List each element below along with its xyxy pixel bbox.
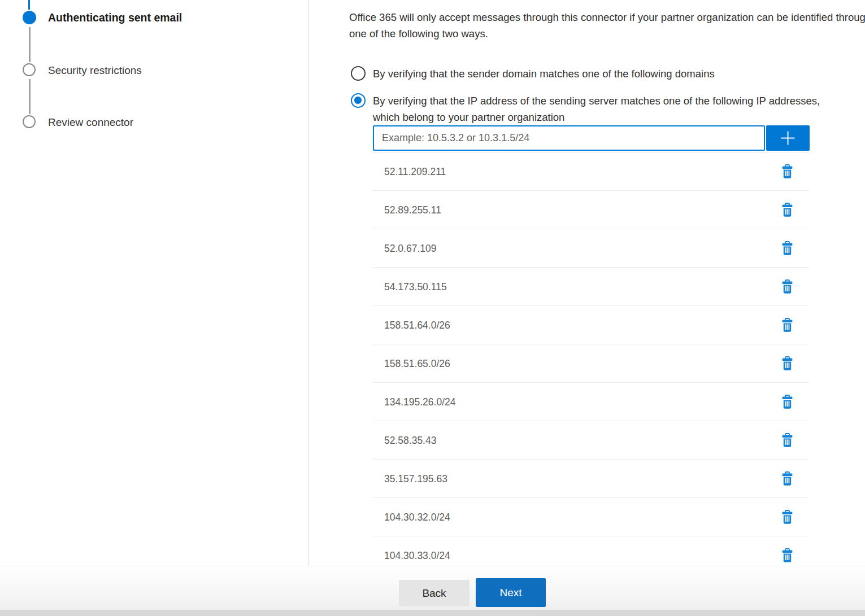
delete-ip-button[interactable] [780, 432, 794, 449]
trash-icon [781, 433, 793, 448]
ip-list-row: 54.173.50.115 [373, 267, 809, 305]
delete-ip-button[interactable] [780, 394, 794, 410]
delete-ip-button[interactable] [780, 278, 794, 295]
ip-list-row: 104.30.33.0/24 [373, 536, 809, 566]
ip-list-row: 134.195.26.0/24 [373, 382, 809, 421]
ip-list-row: 158.51.65.0/26 [373, 344, 809, 382]
trash-icon [781, 356, 793, 371]
delete-ip-button[interactable] [780, 163, 794, 180]
ip-address-value: 52.11.209.211 [384, 165, 446, 177]
ip-address-value: 52.0.67.109 [384, 242, 436, 254]
ip-address-value: 158.51.64.0/26 [384, 319, 450, 331]
delete-ip-button[interactable] [780, 202, 794, 219]
main-content: Office 365 will only accept messages thr… [309, 0, 865, 566]
delete-ip-button[interactable] [780, 355, 794, 372]
ip-address-value: 104.30.32.0/24 [384, 511, 450, 523]
ip-address-value: 104.30.33.0/24 [384, 549, 450, 561]
ip-address-value: 54.173.50.115 [384, 281, 447, 292]
bottom-bar [0, 610, 865, 616]
connector-wizard-page: Authenticating sent email Security restr… [0, 0, 865, 616]
radio-option-label: By verifying that the sender domain matc… [373, 65, 715, 82]
trash-icon [781, 279, 793, 294]
ip-address-value: 35.157.195.63 [384, 473, 447, 484]
radio-button[interactable] [351, 66, 366, 81]
step-label: Authenticating sent email [48, 11, 182, 25]
step-label: Review connector [48, 115, 133, 129]
ip-address-value: 52.89.255.11 [384, 204, 441, 216]
ip-address-value: 158.51.65.0/26 [384, 357, 450, 369]
trash-icon [781, 318, 793, 333]
ip-address-list: 52.11.209.211 52.89.255.11 [373, 152, 809, 566]
delete-ip-button[interactable] [780, 470, 794, 487]
trash-icon [781, 471, 793, 486]
radio-button[interactable] [351, 93, 366, 108]
trash-icon [781, 241, 793, 256]
plus-icon [780, 130, 796, 146]
stepper-progress-line [28, 0, 30, 10]
wizard-stepper: Authenticating sent email Security restr… [0, 0, 308, 566]
delete-ip-button[interactable] [780, 317, 794, 334]
ip-list-row: 52.0.67.109 [373, 229, 809, 267]
step-connector-line [29, 27, 31, 62]
trash-icon [781, 164, 793, 179]
ip-list-row: 35.157.195.63 [373, 459, 809, 497]
ip-list-row: 52.58.35.43 [373, 421, 809, 459]
trash-icon [781, 548, 793, 563]
wizard-footer: Back Next [0, 566, 865, 616]
trash-icon [781, 203, 793, 217]
ip-list-row: 52.89.255.11 [373, 190, 809, 229]
intro-text: Office 365 will only accept messages thr… [349, 10, 865, 42]
delete-ip-button[interactable] [780, 240, 794, 257]
back-button[interactable]: Back [399, 580, 470, 606]
add-ip-button[interactable] [766, 125, 810, 151]
step-circle-filled [23, 11, 36, 24]
trash-icon [781, 510, 793, 525]
ip-list-row: 158.51.64.0/26 [373, 305, 809, 344]
step-circle-empty [23, 115, 36, 128]
delete-ip-button[interactable] [780, 547, 794, 564]
ip-address-value: 134.195.26.0/24 [384, 396, 456, 408]
step-label: Security restrictions [48, 63, 142, 77]
step-circle-empty [23, 63, 36, 76]
ip-list-row: 104.30.32.0/24 [373, 497, 809, 536]
trash-icon [781, 395, 793, 409]
ip-list-row: 52.11.209.211 [373, 152, 809, 190]
next-button[interactable]: Next [476, 578, 546, 607]
radio-option-label: By verifying that the IP address of the … [373, 93, 825, 125]
step-connector-line [29, 79, 31, 114]
ip-address-value: 52.58.35.43 [384, 434, 436, 446]
delete-ip-button[interactable] [780, 509, 794, 526]
ip-address-input[interactable] [373, 125, 765, 151]
